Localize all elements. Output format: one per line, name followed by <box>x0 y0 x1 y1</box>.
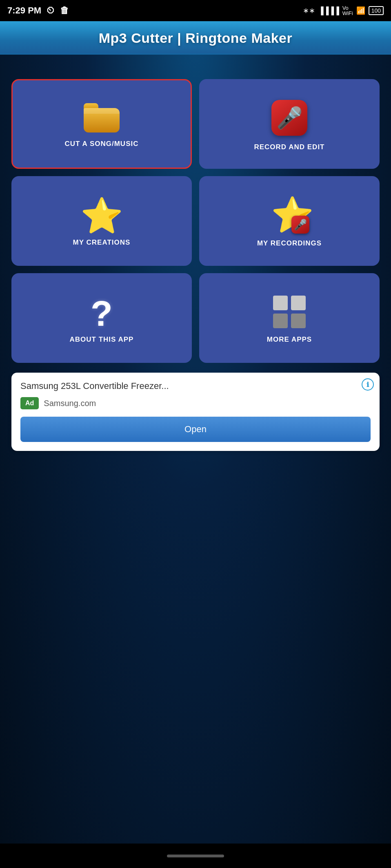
more-apps-button[interactable]: MORE APPS <box>199 273 380 363</box>
ad-source: Samsung.com <box>44 399 96 408</box>
ad-info-icon[interactable]: ℹ <box>362 378 374 391</box>
ad-banner: ℹ Samsung 253L Convertible Freezer... Ad… <box>11 373 380 451</box>
my-creations-label: MY CREATIONS <box>73 239 131 247</box>
my-creations-button[interactable]: ⭐ MY CREATIONS <box>11 176 192 266</box>
my-recordings-button[interactable]: ⭐ 🎤 MY RECORDINGS <box>199 176 380 266</box>
app-header: Mp3 Cutter | Ringtone Maker <box>0 21 391 55</box>
record-edit-button[interactable]: 🎤 RECORD AND EDIT <box>199 79 380 169</box>
status-bar: 7:29 PM ⏲ 🗑 ∗∗ ▐▐▐▐ VoWiFi 📶 100 <box>0 0 391 21</box>
trash-icon: 🗑 <box>60 5 69 16</box>
mic-icon: 🎤 <box>271 100 307 136</box>
apps-grid-icon <box>273 296 306 328</box>
star-mic-icon: ⭐ 🎤 <box>271 198 308 234</box>
cut-song-button[interactable]: CUT A SONG/MUSIC <box>11 79 192 169</box>
ad-badge: Ad <box>20 397 39 409</box>
question-icon: ? <box>91 296 113 331</box>
alarm-icon: ⏲ <box>46 5 55 16</box>
more-apps-label: MORE APPS <box>267 336 312 344</box>
star-icon: ⭐ <box>80 199 123 233</box>
about-app-button[interactable]: ? ABOUT THIS APP <box>11 273 192 363</box>
ad-title: Samsung 253L Convertible Freezer... <box>20 381 371 391</box>
folder-icon <box>84 103 120 133</box>
vowifi-label: VoWiFi <box>342 5 353 16</box>
main-content: CUT A SONG/MUSIC 🎤 RECORD AND EDIT ⭐ MY … <box>0 55 391 467</box>
status-right: ∗∗ ▐▐▐▐ VoWiFi 📶 100 <box>303 5 384 16</box>
bottom-bar <box>0 844 391 868</box>
about-app-label: ABOUT THIS APP <box>70 336 134 344</box>
time: 7:29 PM <box>7 5 41 16</box>
battery-icon: 100 <box>369 6 384 15</box>
home-indicator <box>167 855 224 857</box>
ad-open-button[interactable]: Open <box>20 417 371 442</box>
status-left: 7:29 PM ⏲ 🗑 <box>7 5 69 16</box>
main-grid: CUT A SONG/MUSIC 🎤 RECORD AND EDIT ⭐ MY … <box>11 79 380 363</box>
app-title: Mp3 Cutter | Ringtone Maker <box>0 30 391 46</box>
bluetooth-icon: ∗∗ <box>303 6 315 15</box>
signal-icon: ▐▐▐▐ <box>318 7 339 15</box>
wifi-icon: 📶 <box>356 6 365 15</box>
my-recordings-label: MY RECORDINGS <box>257 239 322 247</box>
record-edit-label: RECORD AND EDIT <box>254 143 324 151</box>
ad-source-row: Ad Samsung.com <box>20 397 371 409</box>
cut-song-label: CUT A SONG/MUSIC <box>65 140 139 148</box>
